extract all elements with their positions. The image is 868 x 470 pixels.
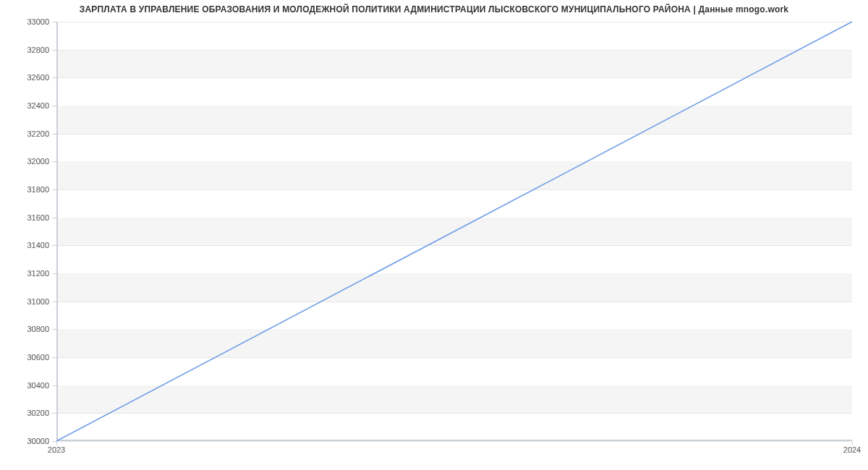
y-tick-label: 30000 [27,437,49,445]
y-tick-label: 30400 [27,381,49,390]
y-tick [52,22,56,22]
y-tick-label: 32600 [27,73,49,82]
y-tick [52,134,56,134]
y-gridline [56,441,852,442]
y-tick [52,273,56,274]
y-tick [52,77,56,78]
y-tick [52,50,56,51]
y-tick [52,302,56,302]
line-layer [56,22,852,441]
x-tick-label: 2023 [48,445,65,454]
chart-container: ЗАРПЛАТА В УПРАВЛЕНИЕ ОБРАЗОВАНИЯ И МОЛО… [0,0,868,470]
y-tick-label: 32200 [27,129,49,138]
y-tick [52,385,56,386]
y-tick [52,245,56,246]
y-tick-label: 30200 [27,409,49,417]
y-tick [52,218,56,218]
y-tick-label: 32800 [27,46,49,54]
y-tick-label: 30800 [27,325,49,333]
plot-inner: 3000030200304003060030800310003120031400… [56,22,852,441]
y-tick-label: 32000 [27,157,49,166]
y-tick-label: 31200 [27,269,49,278]
series-line [56,22,852,441]
y-tick-label: 33000 [27,17,49,26]
y-tick-label: 31400 [27,241,49,249]
y-tick [52,329,56,330]
y-tick-label: 30600 [27,353,49,362]
y-tick [52,357,56,358]
x-tick-label: 2024 [843,445,861,454]
y-tick [52,189,56,190]
y-tick-label: 31000 [27,297,49,306]
plot-area: 3000030200304003060030800310003120031400… [56,22,852,441]
y-tick-label: 31800 [27,185,49,194]
y-tick-label: 31600 [27,213,49,222]
y-tick [52,106,56,106]
y-tick [52,413,56,414]
chart-title: ЗАРПЛАТА В УПРАВЛЕНИЕ ОБРАЗОВАНИЯ И МОЛО… [0,4,868,14]
y-tick-label: 32400 [27,101,49,110]
y-tick [52,161,56,162]
